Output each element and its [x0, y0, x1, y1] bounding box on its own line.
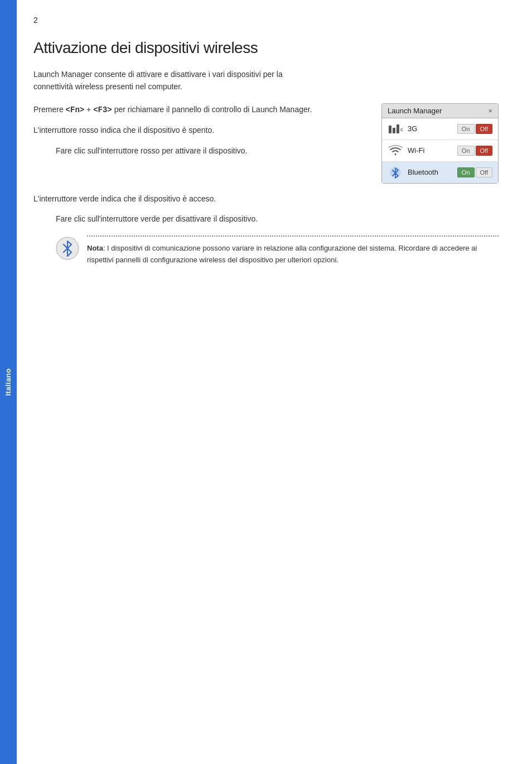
paragraph-click-green: Fare clic sull'interruttore verde per di…	[56, 213, 499, 225]
panel-titlebar: Launch Manager ×	[382, 104, 498, 118]
icon-wifi	[388, 144, 403, 157]
paragraph-click-red: Fare clic sull'interruttore rosso per at…	[56, 145, 365, 157]
paragraph-red-indicator: L'interruttore rosso indica che il dispo…	[33, 124, 365, 136]
icon-3g: G	[388, 122, 403, 136]
code-fn: <Fn>	[66, 105, 85, 114]
sidebar-language-label: Italiano	[4, 368, 13, 396]
panel-title-text: Launch Manager	[388, 107, 442, 115]
paragraph-green-indicator: L'interruttore verde indica che il dispo…	[33, 193, 499, 205]
panel-close-button[interactable]: ×	[488, 107, 492, 115]
dotted-divider	[87, 236, 499, 237]
toggle-on-3g[interactable]: On	[457, 124, 475, 134]
note-section: Nota: I dispositivi di comunicazione pos…	[56, 236, 499, 266]
device-name-3g: 3G	[408, 124, 457, 133]
device-name-wifi: Wi-Fi	[408, 146, 457, 155]
note-bluetooth-icon	[56, 237, 79, 260]
svg-text:G: G	[400, 127, 403, 132]
svg-rect-2	[396, 124, 399, 133]
toggle-off-3g[interactable]: Off	[476, 124, 492, 134]
toggle-group-3g: On Off	[457, 124, 492, 134]
code-f3: <F3>	[93, 105, 112, 114]
toggle-off-wifi[interactable]: Off	[476, 146, 492, 156]
icon-bluetooth	[388, 166, 403, 179]
toggle-on-wifi[interactable]: On	[457, 146, 475, 156]
paragraph-fn-f3: Premere <Fn> + <F3> per richiamare il pa…	[33, 103, 365, 116]
note-bold-label: Nota	[87, 244, 103, 252]
note-paragraph: Nota: I dispositivi di comunicazione pos…	[87, 242, 499, 266]
svg-rect-0	[389, 126, 391, 133]
device-row-wifi: Wi-Fi On Off	[382, 140, 498, 162]
page-number: 2	[33, 16, 38, 25]
page-title: Attivazione dei dispositivi wireless	[33, 39, 499, 57]
launch-manager-panel: Launch Manager × G 3G On Off	[381, 103, 499, 184]
note-text-block: Nota: I dispositivi di comunicazione pos…	[87, 236, 499, 266]
toggle-group-bluetooth: On Off	[457, 167, 492, 177]
device-row-bluetooth: Bluetooth On Off	[382, 162, 498, 183]
device-row-3g: G 3G On Off	[382, 118, 498, 140]
intro-paragraph: Launch Manager consente di attivare e di…	[33, 68, 323, 93]
toggle-off-bluetooth[interactable]: Off	[476, 167, 492, 177]
svg-rect-1	[393, 128, 395, 133]
toggle-group-wifi: On Off	[457, 146, 492, 156]
toggle-on-bluetooth[interactable]: On	[457, 167, 475, 177]
device-name-bluetooth: Bluetooth	[408, 168, 457, 176]
note-body-text: : I dispositivi di comunicazione possono…	[87, 244, 477, 264]
